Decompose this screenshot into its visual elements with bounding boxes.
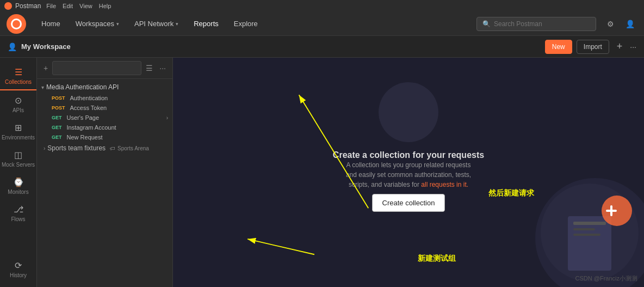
welcome-description: A collection lets you group related requ… — [343, 160, 474, 190]
nav-reports[interactable]: Reports — [187, 16, 225, 31]
welcome-title: Create a collection for your requests — [333, 150, 484, 160]
more-options-button[interactable]: ··· — [630, 42, 636, 51]
search-bar[interactable]: 🔍 — [476, 17, 596, 31]
nav-api-network[interactable]: API Network ▾ — [128, 16, 185, 31]
endpoint-users-page[interactable]: GET User's Page › — [37, 113, 172, 123]
menu-view[interactable]: View — [79, 3, 92, 9]
collections-panel: + ☰ ··· ▾ Media Authentication API POST … — [37, 58, 173, 287]
sports-chevron-icon: › — [44, 145, 45, 151]
collections-icon: ☰ — [13, 66, 24, 77]
method-post-badge: POST — [50, 95, 67, 101]
svg-rect-10 — [606, 210, 617, 212]
flows-icon: ⎇ — [13, 204, 24, 215]
collection-tree: ▾ Media Authentication API POST Authenti… — [37, 79, 172, 287]
menu-help[interactable]: Help — [99, 3, 112, 9]
sidebar-item-apis[interactable]: ⊙ APIs — [0, 90, 36, 118]
api-network-chevron-icon: ▾ — [176, 21, 178, 27]
postman-logo[interactable] — [7, 14, 26, 34]
collection-folder-item[interactable]: ▾ Media Authentication API — [37, 81, 172, 93]
method-get-badge-2: GET — [50, 124, 64, 131]
nav-home[interactable]: Home — [35, 16, 67, 31]
settings-icon[interactable]: ⚙ — [603, 16, 618, 32]
collections-search-input[interactable] — [52, 61, 141, 75]
workspaces-chevron-icon: ▾ — [116, 21, 119, 27]
method-get-badge: GET — [50, 114, 64, 121]
menu-file[interactable]: File — [46, 3, 56, 9]
app-name: Postman — [15, 2, 41, 10]
annotation-new-request: 然后新建请求 — [488, 188, 534, 198]
sidebar-item-collections[interactable]: ☰ Collections — [0, 62, 36, 90]
titlebar: Postman File Edit View Help — [0, 0, 644, 12]
workspace-name: My Workspace — [21, 42, 541, 51]
endpoint-new-request[interactable]: GET New Request — [37, 132, 172, 142]
avatar-icon[interactable]: 👤 — [622, 16, 637, 32]
mock-servers-label: Mock Servers — [2, 162, 35, 168]
folder-label: ▾ Media Authentication API — [41, 83, 119, 91]
add-tab-button[interactable]: + — [614, 41, 626, 52]
search-icon: 🔍 — [482, 20, 491, 28]
sports-sub-label: 🏷 — [110, 145, 115, 151]
import-button[interactable]: Import — [577, 40, 609, 54]
app-icon — [4, 2, 12, 10]
endpoint-access-token[interactable]: POST Access Token — [37, 103, 172, 113]
create-collection-button[interactable]: Create collection — [372, 194, 445, 212]
watermark: CSDN @Franciz小测测 — [575, 274, 637, 283]
sidebar-item-mock-servers[interactable]: ◫ Mock Servers — [0, 145, 36, 172]
menu-bar: File Edit View Help — [46, 3, 111, 9]
panel-filter-icon[interactable]: ☰ — [144, 63, 155, 74]
flows-label: Flows — [11, 216, 25, 222]
workspace-icon: 👤 — [8, 42, 17, 51]
nav-explore[interactable]: Explore — [227, 16, 264, 31]
sidebar-item-history[interactable]: ⟳ History — [0, 255, 36, 283]
add-collection-button[interactable]: + — [41, 63, 50, 74]
apis-label: APIs — [13, 107, 24, 113]
svg-rect-6 — [573, 228, 595, 230]
history-label: History — [10, 272, 27, 278]
illustration — [360, 80, 457, 145]
nav-workspaces[interactable]: Workspaces ▾ — [69, 16, 126, 31]
method-post-badge-2: POST — [50, 105, 67, 111]
sports-folder-item[interactable]: › Sports team fixtures 🏷 Sports Arena — [37, 142, 172, 154]
sidebar-item-environments[interactable]: ⊞ Environments — [0, 118, 36, 145]
svg-rect-7 — [573, 234, 600, 236]
new-button[interactable]: New — [545, 40, 572, 54]
environments-icon: ⊞ — [13, 122, 24, 133]
history-icon: ⟳ — [13, 260, 24, 271]
nav-links: Home Workspaces ▾ API Network ▾ Reports … — [35, 16, 476, 31]
sidebar-item-flows[interactable]: ⎇ Flows — [0, 199, 36, 227]
monitors-icon: ⌚ — [13, 176, 24, 187]
annotation-create-collection: 新建测试组 — [418, 254, 456, 264]
folder-chevron-icon: ▾ — [41, 84, 44, 90]
sidebar-item-monitors[interactable]: ⌚ Monitors — [0, 172, 36, 199]
collections-label: Collections — [5, 79, 32, 85]
workspace-bar: 👤 My Workspace New Import + ··· — [0, 36, 644, 58]
endpoint-instagram-account[interactable]: GET Instagram Account — [37, 123, 172, 132]
panel-more-icon[interactable]: ··· — [157, 63, 168, 74]
method-get-badge-3: GET — [50, 134, 64, 141]
expand-arrow-icon: › — [166, 115, 168, 121]
monitors-label: Monitors — [8, 189, 28, 195]
sidebar-icons: ☰ Collections ⊙ APIs ⊞ Environments ◫ Mo… — [0, 58, 37, 287]
content-area: Create a collection for your requests A … — [173, 58, 644, 287]
sidebar-bottom: ⟳ History — [0, 255, 36, 287]
endpoint-authentication[interactable]: POST Authentication — [37, 93, 172, 103]
environments-label: Environments — [2, 135, 35, 141]
svg-rect-5 — [573, 222, 606, 225]
svg-line-2 — [247, 239, 314, 254]
main-layout: ☰ Collections ⊙ APIs ⊞ Environments ◫ Mo… — [0, 58, 644, 287]
menu-edit[interactable]: Edit — [63, 3, 73, 9]
search-input[interactable] — [494, 20, 581, 28]
top-navbar: Home Workspaces ▾ API Network ▾ Reports … — [0, 12, 644, 36]
apis-icon: ⊙ — [13, 95, 24, 106]
nav-action-icons: ⚙ 👤 — [603, 16, 637, 32]
illustration-bg — [379, 82, 438, 142]
logo-inner — [11, 19, 22, 29]
mock-servers-icon: ◫ — [13, 149, 24, 160]
panel-toolbar: + ☰ ··· — [37, 58, 172, 79]
